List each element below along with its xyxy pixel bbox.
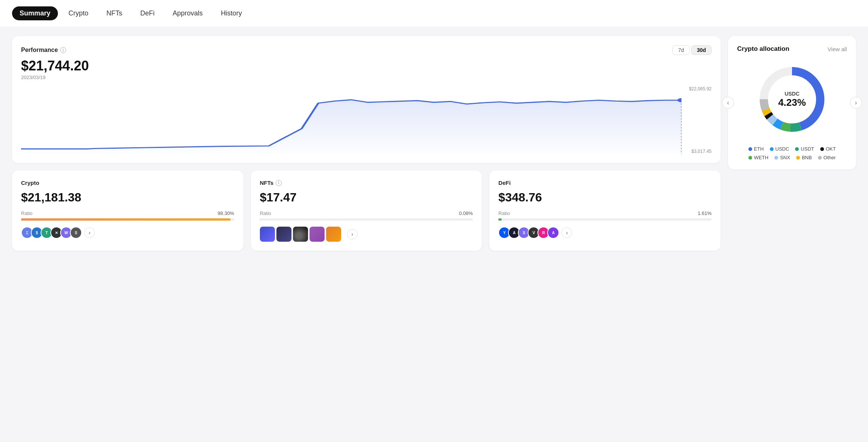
nft-thumb-5 <box>326 227 341 242</box>
legend-label-bnb: BNB <box>802 155 812 160</box>
nfts-progress-bar <box>260 218 473 221</box>
nfts-ratio-row: Ratio 0.08% <box>260 210 473 216</box>
chart-fill <box>21 100 681 154</box>
nft-thumb-2 <box>276 227 291 242</box>
defi-ratio-row: Ratio 1.61% <box>498 210 712 216</box>
nav-item-summary[interactable]: Summary <box>12 6 58 20</box>
nfts-ratio-pct: 0.08% <box>459 210 473 216</box>
token-snx: S <box>70 227 82 239</box>
nav-item-history[interactable]: History <box>213 6 249 20</box>
legend-dot-other <box>818 156 822 160</box>
defi-ratio-label: Ratio <box>498 210 510 216</box>
perf-date: 2023/03/19 <box>21 75 712 80</box>
chart-high-label: $22,065.92 <box>689 86 712 91</box>
nav-item-nfts[interactable]: NFTs <box>99 6 130 20</box>
crypto-card: Crypto $21,181.38 Ratio 98.30% Ξ $ T ✕ W… <box>12 171 243 251</box>
nft-thumb-3 <box>293 227 308 242</box>
legend-dot-snx <box>774 156 778 160</box>
crypto-ratio-pct: 98.30% <box>218 210 234 216</box>
legend-label-eth: ETH <box>754 146 764 152</box>
top-nav: Summary Crypto NFTs DeFi Approvals Histo… <box>0 0 868 27</box>
legend-dot-usdc <box>770 147 774 151</box>
crypto-token-row: Ξ $ T ✕ W S › <box>21 227 234 239</box>
legend-snx: SNX <box>774 155 790 160</box>
nfts-card-value: $17.47 <box>260 191 473 204</box>
legend-label-weth: WETH <box>754 155 768 160</box>
donut-center-label: USDC <box>778 91 806 97</box>
period-30d[interactable]: 30d <box>691 45 712 55</box>
defi-progress-fill <box>498 218 502 221</box>
performance-chart: $22,065.92 $3,017.4 <box>21 86 712 154</box>
defi-more-btn[interactable]: › <box>561 227 572 238</box>
allocation-prev-btn[interactable]: ‹ <box>722 97 734 109</box>
crypto-ratio-row: Ratio 98.30% <box>21 210 234 216</box>
period-buttons: 7d 30d <box>672 45 712 55</box>
main-content: Performance i 7d 30d $21,744.20 2023/03/… <box>0 27 868 260</box>
perf-info-icon[interactable]: i <box>60 47 66 53</box>
legend-dot-usdt <box>795 147 799 151</box>
legend-usdc: USDC <box>770 146 789 152</box>
allocation-title: Crypto allocation <box>737 45 789 53</box>
legend-usdt: USDT <box>795 146 814 152</box>
legend-dot-eth <box>748 147 752 151</box>
defi-card: DeFi $348.76 Ratio 1.61% Y A S V R A › <box>489 171 721 251</box>
legend-weth: WETH <box>748 155 768 160</box>
legend-bnb: BNB <box>796 155 812 160</box>
defi-card-value: $348.76 <box>498 191 712 204</box>
left-column: Performance i 7d 30d $21,744.20 2023/03/… <box>12 36 721 251</box>
nfts-info-icon[interactable]: i <box>276 180 282 186</box>
perf-value: $21,744.20 <box>21 58 712 74</box>
right-column: ‹ › Crypto allocation View all <box>728 36 856 251</box>
nav-item-crypto[interactable]: Crypto <box>61 6 96 20</box>
crypto-card-label: Crypto <box>21 180 234 186</box>
legend-label-snx: SNX <box>780 155 790 160</box>
donut-center-pct: 4.23% <box>778 97 806 108</box>
crypto-card-value: $21,181.38 <box>21 191 234 204</box>
donut-chart: USDC 4.23% <box>754 62 830 137</box>
legend-label-usdt: USDT <box>801 146 814 152</box>
perf-header: Performance i 7d 30d <box>21 45 712 55</box>
legend-dot-weth <box>748 156 752 160</box>
nfts-card-label: NFTs i <box>260 180 473 186</box>
nav-item-approvals[interactable]: Approvals <box>165 6 210 20</box>
legend-other: Other <box>818 155 836 160</box>
nfts-label-text: NFTs <box>260 180 273 186</box>
legend-dot-bnb <box>796 156 800 160</box>
nft-thumbnails-row: › <box>260 227 473 242</box>
period-7d[interactable]: 7d <box>672 45 690 55</box>
legend-okt: OKT <box>820 146 836 152</box>
crypto-progress-fill <box>21 218 231 221</box>
nfts-card: NFTs i $17.47 Ratio 0.08% <box>251 171 482 251</box>
legend-label-usdc: USDC <box>775 146 789 152</box>
crypto-ratio-label: Ratio <box>21 210 32 216</box>
allocation-legend: ETH USDC USDT OKT WETH <box>737 146 847 160</box>
crypto-more-btn[interactable]: › <box>84 227 95 238</box>
defi-token-row: Y A S V R A › <box>498 227 712 239</box>
allocation-next-btn[interactable]: › <box>850 97 862 109</box>
legend-label-other: Other <box>824 155 836 160</box>
allocation-header: Crypto allocation View all <box>737 45 847 53</box>
defi-token-6: A <box>547 227 559 239</box>
perf-title-text: Performance <box>21 47 58 53</box>
defi-card-label: DeFi <box>498 180 712 186</box>
defi-ratio-pct: 1.61% <box>698 210 712 216</box>
bottom-row: Crypto $21,181.38 Ratio 98.30% Ξ $ T ✕ W… <box>12 171 721 251</box>
legend-label-okt: OKT <box>826 146 836 152</box>
chart-low-label: $3,017.45 <box>692 149 712 154</box>
perf-title: Performance i <box>21 47 66 53</box>
legend-eth: ETH <box>748 146 764 152</box>
nfts-ratio-label: Ratio <box>260 210 271 216</box>
chart-svg <box>21 86 681 154</box>
performance-card: Performance i 7d 30d $21,744.20 2023/03/… <box>12 36 721 163</box>
donut-center: USDC 4.23% <box>778 91 806 108</box>
allocation-card: ‹ › Crypto allocation View all <box>728 36 856 169</box>
nfts-more-btn[interactable]: › <box>347 229 358 239</box>
defi-progress-bar <box>498 218 712 221</box>
nft-thumb-4 <box>310 227 325 242</box>
nav-item-defi[interactable]: DeFi <box>133 6 162 20</box>
legend-dot-okt <box>820 147 824 151</box>
nft-thumb-1 <box>260 227 275 242</box>
view-all-btn[interactable]: View all <box>828 46 847 52</box>
crypto-progress-bar <box>21 218 234 221</box>
